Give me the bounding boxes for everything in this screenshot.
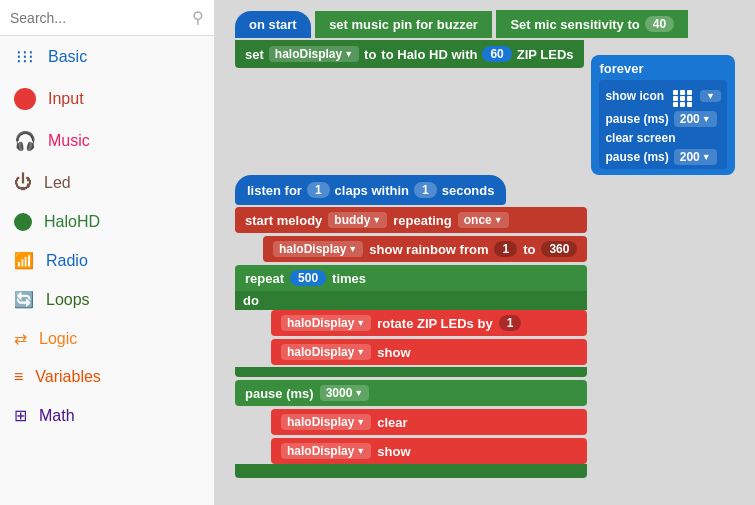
icon-dropdown[interactable] xyxy=(700,90,721,102)
show-icon-label: show icon xyxy=(605,89,664,103)
repeat-label: repeat xyxy=(245,271,284,286)
bars-icon: 📶 xyxy=(14,251,34,270)
do-label: do xyxy=(243,293,259,308)
sidebar-item-math[interactable]: ⊞ Math xyxy=(0,396,214,435)
sidebar-item-input[interactable]: Input xyxy=(0,78,214,120)
shuffle-icon: ⇄ xyxy=(14,329,27,348)
sidebar-label-math: Math xyxy=(39,407,75,425)
sidebar-item-logic[interactable]: ⇄ Logic xyxy=(0,319,214,358)
halo-display-dropdown-show1[interactable]: haloDisplay xyxy=(281,344,371,360)
rainbow-end-val: 360 xyxy=(541,241,577,257)
repeat-val: 500 xyxy=(290,270,326,286)
halo-display-dropdown-rotate[interactable]: haloDisplay xyxy=(281,315,371,331)
halo-display-dropdown-clear[interactable]: haloDisplay xyxy=(281,414,371,430)
pause-ms2-label: pause (ms) xyxy=(605,150,668,164)
sidebar-label-halohd: HaloHD xyxy=(44,213,100,231)
zip-leds-num: 60 xyxy=(482,46,511,62)
grid-icon: ⁝⁝⁝ xyxy=(14,46,36,68)
icon-display xyxy=(673,84,693,107)
sidebar-label-variables: Variables xyxy=(35,368,101,386)
pause-ms1-dropdown[interactable]: 200 xyxy=(674,111,717,127)
melody-dropdown[interactable]: buddy xyxy=(328,212,387,228)
halo-display-dropdown-1[interactable]: haloDisplay xyxy=(269,46,359,62)
listen-val1: 1 xyxy=(307,182,330,198)
rotate-text-label: rotate ZIP LEDs by xyxy=(377,316,492,331)
listen-val2: 1 xyxy=(414,182,437,198)
on-start-label: on start xyxy=(249,17,297,32)
sidebar-item-led[interactable]: ⏻ Led xyxy=(0,162,214,203)
sidebar-item-radio[interactable]: 📶 Radio xyxy=(0,241,214,280)
show2-text-label: show xyxy=(377,444,410,459)
sidebar-item-variables[interactable]: ≡ Variables xyxy=(0,358,214,396)
rainbow-to-label: to xyxy=(523,242,535,257)
sidebar-label-input: Input xyxy=(48,90,84,108)
toggle-icon: ⏻ xyxy=(14,172,32,193)
claps-label: claps within xyxy=(335,183,409,198)
grid-small-icon: ⊞ xyxy=(14,406,27,425)
halo-display-dropdown-show2[interactable]: haloDisplay xyxy=(281,443,371,459)
pause-label: pause (ms) xyxy=(245,386,314,401)
rotate-val: 1 xyxy=(499,315,522,331)
sidebar-label-logic: Logic xyxy=(39,330,77,348)
sidebar-label-basic: Basic xyxy=(48,48,87,66)
listen-group: listen for 1 claps within 1 seconds star… xyxy=(235,175,587,478)
pause-ms1-label: pause (ms) xyxy=(605,112,668,126)
headphone-icon: 🎧 xyxy=(14,130,36,152)
listen-label: listen for xyxy=(247,183,302,198)
forever-label: forever xyxy=(599,61,727,76)
main-canvas: on start set music pin for buzzer Set mi… xyxy=(215,0,755,505)
sidebar-item-loops[interactable]: 🔄 Loops xyxy=(0,280,214,319)
to-label: to xyxy=(364,47,376,62)
halo-display-dropdown-rainbow[interactable]: haloDisplay xyxy=(273,241,363,257)
show1-text-label: show xyxy=(377,345,410,360)
circle-icon-input xyxy=(14,88,36,110)
zip-leds-label: ZIP LEDs xyxy=(517,47,574,62)
repeating-label: repeating xyxy=(393,213,452,228)
sidebar-item-basic[interactable]: ⁝⁝⁝ Basic xyxy=(0,36,214,78)
seconds-label: seconds xyxy=(442,183,495,198)
sidebar-label-led: Led xyxy=(44,174,71,192)
sidebar-item-music[interactable]: 🎧 Music xyxy=(0,120,214,162)
search-bar[interactable]: ⚲ xyxy=(0,0,214,36)
clear-text-label: clear xyxy=(377,415,407,430)
halo-hd-text: to Halo HD with xyxy=(381,47,477,62)
search-icon: ⚲ xyxy=(192,8,204,27)
start-melody-label: start melody xyxy=(245,213,322,228)
pause-ms2-dropdown[interactable]: 200 xyxy=(674,149,717,165)
search-input[interactable] xyxy=(10,10,192,26)
set-music-pin-label: set music pin for buzzer xyxy=(329,17,478,32)
icon-grid-display xyxy=(673,90,693,107)
once-dropdown[interactable]: once xyxy=(458,212,509,228)
sidebar-label-loops: Loops xyxy=(46,291,90,309)
sidebar-label-radio: Radio xyxy=(46,252,88,270)
show-rainbow-label: show rainbow from xyxy=(369,242,488,257)
repeat-times-label: times xyxy=(332,271,366,286)
forever-block: forever show icon pause (ms) 200 xyxy=(591,55,735,175)
pause-val-dropdown[interactable]: 3000 xyxy=(320,385,370,401)
circle-filled-icon xyxy=(14,213,32,231)
sidebar-label-music: Music xyxy=(48,132,90,150)
rainbow-from-val: 1 xyxy=(494,241,517,257)
sidebar-item-halohd[interactable]: HaloHD xyxy=(0,203,214,241)
sidebar: ⚲ ⁝⁝⁝ Basic Input 🎧 Music ⏻ Led HaloHD 📶… xyxy=(0,0,215,505)
set-mic-label: Set mic sensitivity to xyxy=(510,17,639,32)
loop-icon: 🔄 xyxy=(14,290,34,309)
mic-sensitivity-value: 40 xyxy=(645,16,674,32)
set-label: set xyxy=(245,47,264,62)
lines-icon: ≡ xyxy=(14,368,23,386)
clear-screen-label: clear screen xyxy=(605,131,675,145)
